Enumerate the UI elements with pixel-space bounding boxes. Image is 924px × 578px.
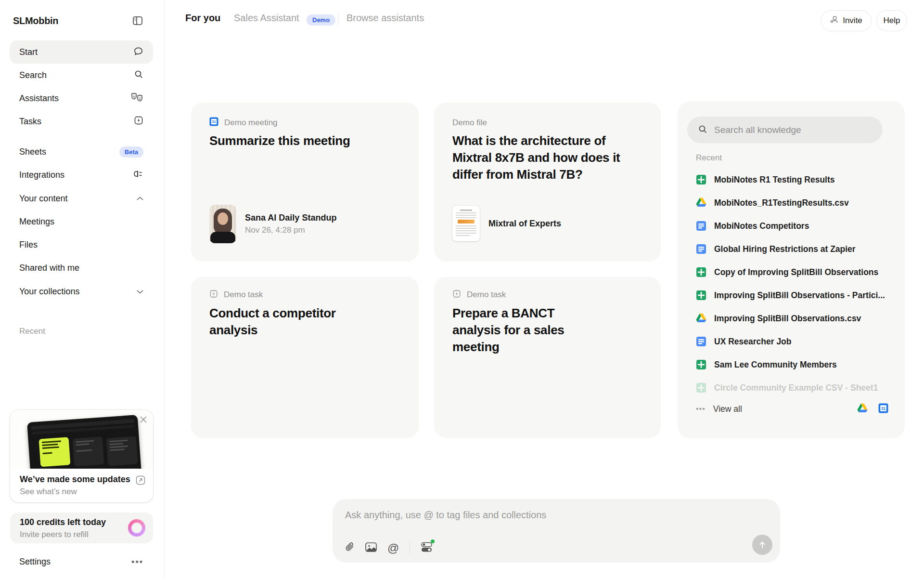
chevron-up-icon: [137, 194, 143, 203]
card-title: Prepare a BANCT analysis for a sales mee…: [452, 305, 597, 355]
demo-file-card[interactable]: Demo file What is the architecture of Mi…: [434, 103, 661, 262]
file-type-icon: [696, 197, 706, 208]
sidebar-item-integrations[interactable]: Integrations: [10, 163, 153, 186]
sidebar-item-tasks[interactable]: Tasks: [10, 110, 153, 133]
knowledge-recent-label: Recent: [696, 153, 722, 163]
knowledge-item[interactable]: Sam Lee Community Members: [696, 357, 888, 372]
external-link-icon: [136, 475, 145, 485]
credits-title: 100 credits left today: [20, 517, 106, 527]
knowledge-item[interactable]: Copy of Improving SplitBill Observations: [696, 265, 888, 279]
send-button[interactable]: [752, 535, 772, 555]
sidebar-item-settings[interactable]: Settings •••: [10, 552, 153, 571]
meeting-video-thumbnail: [209, 205, 236, 243]
search-icon: [134, 69, 143, 81]
file-document-thumbnail: [452, 206, 480, 241]
card-label: Demo file: [452, 118, 487, 128]
sidebar-collapse-icon[interactable]: [132, 15, 143, 26]
tab-browse-assistants[interactable]: Browse assistants: [346, 13, 424, 24]
google-drive-icon: [857, 403, 868, 415]
help-button[interactable]: Help: [876, 10, 907, 31]
sidebar-item-assistants[interactable]: Assistants: [10, 87, 153, 110]
chat-composer[interactable]: Ask anything, use @ to tag files and col…: [333, 499, 780, 563]
sidebar-section-your-collections[interactable]: Your collections: [10, 280, 153, 303]
file-type-icon: [696, 382, 706, 393]
composer-placeholder[interactable]: Ask anything, use @ to tag files and col…: [345, 510, 546, 521]
knowledge-panel: Search all knowledge Recent MobiNotes R1…: [678, 101, 905, 438]
updates-card[interactable]: We’ve made some updates See what’s new: [10, 410, 153, 502]
search-placeholder: Search all knowledge: [714, 125, 801, 135]
sidebar-item-files[interactable]: Files: [10, 233, 153, 256]
knowledge-item[interactable]: Improving SplitBill Observations.csv: [696, 311, 888, 326]
credits-ring-icon: [128, 519, 145, 537]
file-source-name: Mixtral of Experts: [488, 219, 561, 229]
google-calendar-icon: 31: [209, 117, 218, 128]
chat-bubble-icon: [133, 46, 143, 58]
demo-badge: Demo: [307, 14, 335, 26]
file-type-icon: [696, 336, 706, 347]
knowledge-item[interactable]: UX Researcher Job: [696, 334, 888, 349]
card-label: Demo task: [467, 290, 506, 300]
invite-person-icon: [830, 15, 839, 26]
knowledge-item[interactable]: MobiNotes R1 Testing Results: [696, 172, 888, 187]
attach-file-icon[interactable]: [345, 542, 355, 554]
sidebar-section-your-content[interactable]: Your content: [10, 187, 153, 210]
tab-for-you[interactable]: For you: [185, 13, 220, 24]
svg-text:31: 31: [881, 406, 886, 410]
sidebar: SLMobbin Start Search Assistants: [0, 0, 165, 578]
meeting-timestamp: Nov 26, 4:28 pm: [245, 225, 336, 235]
task-lightning-icon: [209, 289, 218, 300]
plug-icon: [133, 170, 143, 180]
svg-text:31: 31: [212, 119, 216, 124]
mention-at-icon[interactable]: @: [387, 542, 399, 554]
model-toggles-icon[interactable]: [421, 541, 433, 555]
updates-preview-image: [10, 410, 153, 469]
card-title: Summarize this meeting: [209, 132, 378, 149]
task-lightning-icon: [452, 289, 461, 300]
sidebar-item-shared-with-me[interactable]: Shared with me: [10, 256, 153, 279]
credits-card[interactable]: 100 credits left today Invite peers to r…: [10, 512, 153, 543]
knowledge-item[interactable]: Global Hiring Restrictions at Zapier: [696, 242, 888, 256]
file-type-icon: [696, 359, 706, 370]
knowledge-item[interactable]: MobiNotes_R1TestingResults.csv: [696, 196, 888, 210]
more-options-icon[interactable]: •••: [131, 557, 143, 567]
view-all-row[interactable]: ••• View all 31: [696, 402, 888, 416]
sidebar-item-start[interactable]: Start: [10, 40, 153, 64]
file-type-icon: [696, 313, 706, 324]
card-label: Demo meeting: [224, 118, 278, 128]
google-calendar-icon: 31: [878, 403, 888, 415]
tab-divider: [338, 13, 338, 26]
view-all-label: View all: [713, 404, 742, 414]
updates-title: We’ve made some updates: [20, 474, 130, 485]
image-icon[interactable]: [365, 542, 377, 554]
file-type-icon: [696, 267, 706, 277]
knowledge-item[interactable]: MobiNotes Competitors: [696, 219, 888, 233]
sidebar-item-search[interactable]: Search: [10, 64, 153, 87]
app-logo: SLMobbin: [13, 15, 58, 26]
more-options-icon: •••: [696, 405, 706, 413]
search-icon: [698, 124, 707, 136]
demo-meeting-card[interactable]: 31 Demo meeting Summarize this meeting S…: [191, 103, 419, 262]
updates-subtitle-link[interactable]: See what’s new: [20, 487, 77, 497]
composer-divider: [410, 542, 410, 554]
task-lightning-icon: [134, 116, 143, 127]
card-label: Demo task: [224, 290, 263, 300]
invite-button[interactable]: Invite: [821, 10, 872, 31]
file-type-icon: [696, 174, 706, 185]
close-icon[interactable]: [140, 416, 147, 423]
demo-task-card-banct[interactable]: Demo task Prepare a BANCT analysis for a…: [434, 277, 661, 438]
knowledge-item[interactable]: Circle Community Example CSV - Sheet1: [696, 381, 888, 395]
sidebar-item-sheets[interactable]: Sheets Beta: [10, 140, 153, 163]
card-title: What is the architecture of Mixtral 8x7B…: [452, 132, 621, 183]
sidebar-item-meetings[interactable]: Meetings: [10, 210, 153, 233]
sidebar-recent-label: Recent: [19, 327, 45, 336]
knowledge-item[interactable]: Improving SplitBill Observations - Parti…: [696, 288, 888, 302]
demo-task-card-competitor[interactable]: Demo task Conduct a competitor analysis: [191, 277, 419, 438]
theater-masks-icon: [131, 92, 143, 104]
knowledge-search-input[interactable]: Search all knowledge: [687, 117, 883, 143]
meeting-source-name: Sana AI Daily Standup: [245, 213, 336, 223]
tab-sales-assistant[interactable]: Sales Assistant: [234, 13, 299, 24]
beta-badge: Beta: [119, 146, 143, 158]
file-type-icon: [696, 244, 706, 254]
credits-subtitle: Invite peers to refill: [20, 530, 89, 539]
card-title: Conduct a competitor analysis: [209, 305, 378, 339]
